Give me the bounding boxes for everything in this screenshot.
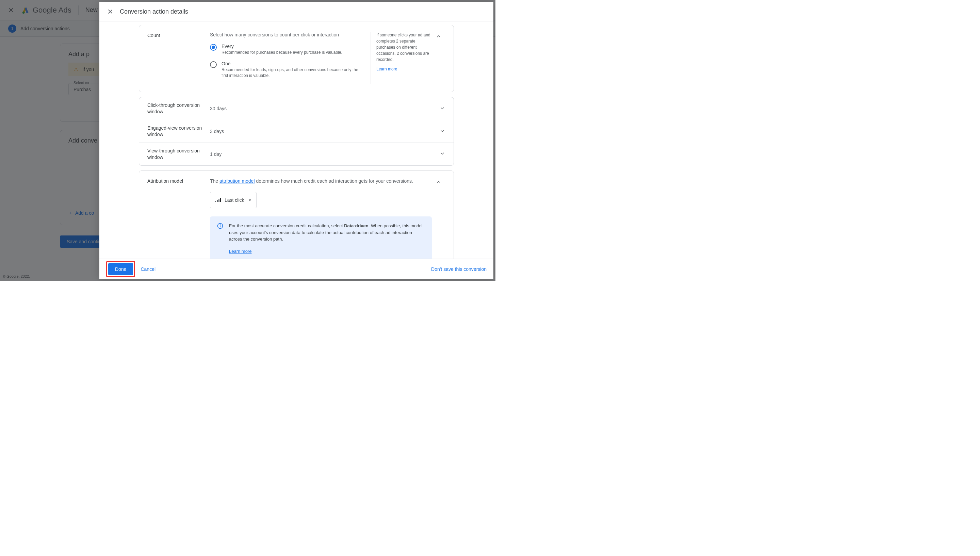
row-label: Engaged-view conversion window	[147, 125, 210, 138]
dont-save-link[interactable]: Don't save this conversion	[431, 267, 487, 272]
radio-one-desc: Recommended for leads, sign-ups, and oth…	[221, 67, 361, 79]
row-value: 1 day	[210, 152, 439, 157]
radio-icon	[210, 44, 217, 51]
radio-icon	[210, 61, 217, 68]
info-text: For the most accurate conversion credit …	[229, 223, 425, 255]
radio-one-label: One	[221, 61, 361, 66]
select-value: Last click	[224, 197, 244, 203]
learn-more-link[interactable]: Learn more	[229, 248, 425, 255]
radio-every-desc: Recommended for purchases because every …	[221, 50, 342, 55]
radio-every[interactable]: Every Recommended for purchases because …	[210, 44, 365, 55]
collapse-button[interactable]	[432, 32, 446, 84]
close-icon[interactable]	[106, 8, 114, 16]
count-help-sidebar: If someone clicks your ad and completes …	[371, 32, 432, 84]
row-label: View-through conversion window	[147, 148, 210, 161]
learn-more-link[interactable]: Learn more	[376, 67, 397, 71]
help-text: If someone clicks your ad and completes …	[376, 32, 432, 63]
drawer-footer: Done Cancel Don't save this conversion	[99, 259, 493, 279]
drawer-body: Count Select how many conversions to cou…	[99, 21, 493, 259]
count-subhead: Select how many conversions to count per…	[210, 32, 365, 37]
row-label: Click-through conversion window	[147, 102, 210, 115]
click-through-row[interactable]: Click-through conversion window 30 days	[139, 97, 454, 120]
cancel-button[interactable]: Cancel	[140, 267, 155, 272]
conversion-details-drawer: Conversion action details Count Select h…	[99, 2, 493, 279]
count-label: Count	[147, 32, 210, 84]
drawer-title: Conversion action details	[120, 8, 188, 15]
attribution-description: The attribution model determines how muc…	[210, 178, 414, 184]
svg-rect-2	[220, 225, 221, 227]
done-button-highlight: Done	[106, 261, 135, 277]
chevron-down-icon	[439, 128, 446, 135]
chevron-down-icon	[439, 105, 446, 112]
attribution-panel: Attribution model The attribution model …	[139, 170, 454, 259]
engaged-view-row[interactable]: Engaged-view conversion window 3 days	[139, 120, 454, 142]
attribution-info-box: For the most accurate conversion credit …	[210, 217, 432, 259]
info-icon	[217, 223, 224, 230]
radio-every-label: Every	[221, 44, 342, 49]
dropdown-caret-icon: ▼	[249, 198, 252, 202]
attribution-model-select[interactable]: Last click ▼	[210, 192, 257, 208]
drawer-header: Conversion action details	[99, 2, 493, 21]
done-button[interactable]: Done	[108, 263, 133, 275]
svg-rect-3	[220, 224, 221, 225]
count-panel: Count Select how many conversions to cou…	[139, 25, 454, 92]
last-click-icon	[215, 198, 221, 202]
attribution-model-link[interactable]: attribution model	[220, 178, 255, 184]
conversion-windows-panel: Click-through conversion window 30 days …	[139, 97, 454, 165]
attribution-label: Attribution model	[147, 178, 210, 259]
collapse-button[interactable]	[432, 178, 446, 259]
radio-one[interactable]: One Recommended for leads, sign-ups, and…	[210, 61, 365, 79]
row-value: 30 days	[210, 106, 439, 111]
chevron-down-icon	[439, 150, 446, 158]
view-through-row[interactable]: View-through conversion window 1 day	[139, 142, 454, 165]
row-value: 3 days	[210, 129, 439, 134]
